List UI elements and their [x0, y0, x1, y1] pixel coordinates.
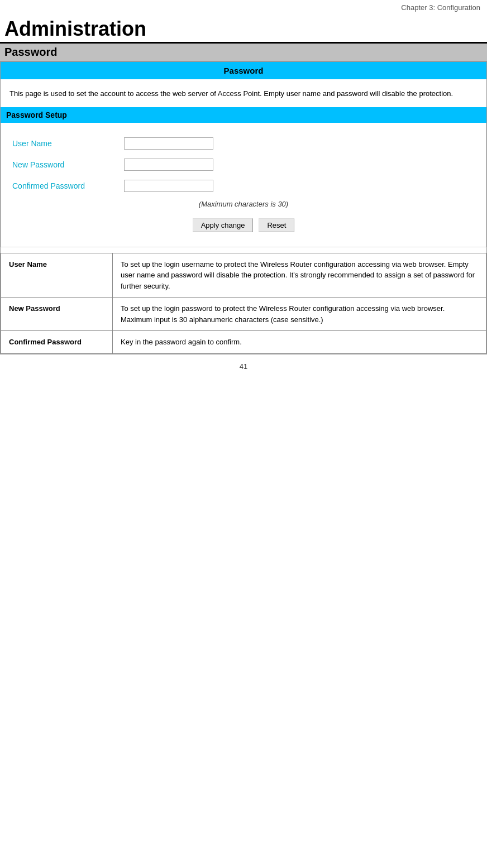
new-password-row: New Password — [1, 154, 486, 175]
form-section: User Name New Password Confirmed Passwor… — [1, 123, 486, 247]
chapter-header: Chapter 3: Configuration — [0, 0, 487, 14]
apply-change-button[interactable]: Apply change — [193, 218, 254, 232]
max-chars-note: (Maximum characters is 30) — [1, 196, 486, 216]
password-header-bar: Password — [1, 62, 486, 79]
reset-button[interactable]: Reset — [259, 218, 294, 232]
content-container: Password This page is used to set the ac… — [0, 61, 487, 354]
info-table: User Name To set up the login username t… — [1, 253, 486, 354]
button-row: Apply change Reset — [1, 216, 486, 237]
table-cell-term-username: User Name — [1, 253, 113, 298]
table-row: New Password To set up the login passwor… — [1, 298, 486, 331]
page-title: Administration — [0, 14, 487, 44]
user-name-row: User Name — [1, 133, 486, 154]
page-title-text: Administration — [0, 14, 487, 44]
user-name-label: User Name — [12, 139, 124, 148]
description-text: This page is used to set the account to … — [1, 79, 486, 107]
confirmed-password-label: Confirmed Password — [12, 181, 124, 190]
table-cell-desc-newpassword: To set up the login password to protect … — [113, 298, 486, 331]
new-password-input[interactable] — [124, 159, 213, 171]
table-cell-term-confirmedpassword: Confirmed Password — [1, 331, 113, 354]
confirmed-password-input[interactable] — [124, 180, 213, 192]
description-content: This page is used to set the account to … — [9, 89, 453, 98]
page-number: 41 — [0, 354, 487, 378]
table-cell-desc-username: To set up the login username to protect … — [113, 253, 486, 298]
password-header-text: Password — [224, 66, 264, 75]
table-cell-term-newpassword: New Password — [1, 298, 113, 331]
password-setup-label: Password Setup — [6, 111, 67, 119]
table-row: Confirmed Password Key in the password a… — [1, 331, 486, 354]
max-chars-text: (Maximum characters is 30) — [199, 200, 288, 208]
user-name-input[interactable] — [124, 137, 213, 150]
chapter-header-text: Chapter 3: Configuration — [401, 3, 480, 12]
new-password-label: New Password — [12, 160, 124, 169]
confirmed-password-row: Confirmed Password — [1, 175, 486, 196]
page-number-text: 41 — [240, 362, 247, 371]
section-title-text: Password — [4, 46, 57, 58]
table-row: User Name To set up the login username t… — [1, 253, 486, 298]
table-cell-desc-confirmedpassword: Key in the password again to confirm. — [113, 331, 486, 354]
password-setup-bar: Password Setup — [1, 107, 486, 123]
section-title-bar: Password — [0, 44, 487, 61]
